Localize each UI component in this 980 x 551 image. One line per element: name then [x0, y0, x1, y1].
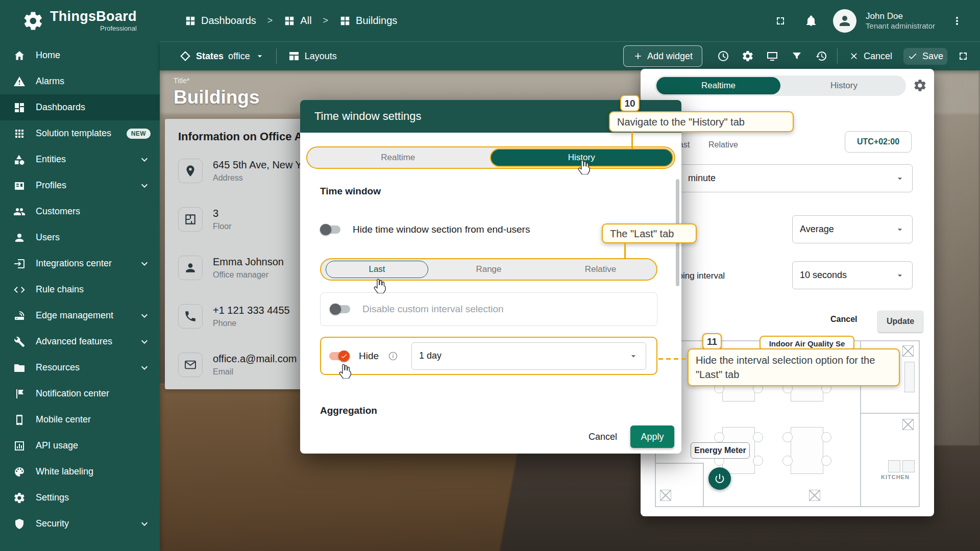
manage-widgets-button[interactable]	[764, 47, 781, 65]
panel-aggregation-select[interactable]: Average	[792, 215, 913, 243]
hide-interval-toggle[interactable]	[329, 352, 350, 360]
panel-interval-select[interactable]: minute	[655, 164, 913, 192]
history-icon	[815, 50, 827, 62]
layouts-icon	[288, 50, 300, 62]
panel-cancel-button[interactable]: Cancel	[830, 315, 857, 324]
save-label: Save	[922, 51, 943, 62]
filter-icon	[791, 50, 803, 62]
user-avatar[interactable]	[833, 9, 856, 33]
dialog-footer: Cancel Apply	[581, 425, 674, 448]
notifications-button[interactable]	[802, 12, 820, 30]
interval-value-select[interactable]: 1 day	[411, 342, 646, 370]
close-icon	[849, 51, 859, 61]
check-icon	[908, 51, 918, 61]
cancel-label: Cancel	[864, 51, 892, 62]
time-window-button[interactable]	[715, 47, 732, 65]
sidebar-item-users[interactable]: Users	[0, 224, 160, 251]
breadcrumb-buildings[interactable]: Buildings	[339, 15, 397, 27]
user-name: John Doe	[866, 11, 935, 21]
sidebar: Home Alarms Dashboards Solution template…	[0, 41, 160, 551]
sidebar-item-solution-templates[interactable]: Solution templates NEW	[0, 120, 160, 146]
filter-button[interactable]	[788, 47, 805, 65]
page-title: Buildings	[174, 87, 260, 108]
top-header: ThingsBoard Professional Dashboards > Al…	[0, 0, 980, 41]
sidebar-item-home[interactable]: Home	[0, 42, 160, 68]
sidebar-item-alarms[interactable]: Alarms	[0, 68, 160, 94]
dialog-tab-bar: Realtime History	[306, 146, 675, 169]
buildings-group-icon	[339, 15, 351, 27]
chevron-down-icon	[138, 154, 151, 166]
dialog-cancel-button[interactable]: Cancel	[581, 427, 624, 447]
tab-last[interactable]: Last	[321, 261, 433, 278]
monitor-icon	[766, 50, 778, 62]
new-badge: NEW	[127, 129, 151, 139]
dashboards-icon	[13, 102, 26, 114]
toolbar-divider	[276, 48, 277, 64]
sidebar-item-advanced-features[interactable]: Advanced features	[0, 329, 160, 355]
floorplan-wall	[860, 413, 920, 414]
hide-interval-row: Hide 1 day	[320, 337, 657, 375]
states-label: States	[196, 51, 224, 62]
cabinet	[904, 362, 915, 392]
tab-relative[interactable]: Relative	[545, 264, 656, 274]
breadcrumb-label: All	[300, 15, 311, 27]
sidebar-item-api-usage[interactable]: API usage	[0, 433, 160, 459]
add-widget-label: Add widget	[647, 51, 693, 62]
disable-custom-interval-toggle[interactable]	[330, 305, 350, 313]
tab-realtime[interactable]: Realtime	[307, 147, 489, 168]
sidebar-item-entities[interactable]: Entities	[0, 146, 160, 172]
bell-icon	[805, 15, 817, 27]
dashboard-settings-button[interactable]	[739, 47, 756, 65]
panel-settings-gear-icon[interactable]	[913, 79, 927, 92]
states-button[interactable]: States office	[175, 47, 269, 65]
toolbar-fullscreen-button[interactable]	[954, 47, 972, 65]
header-menu-button[interactable]	[948, 12, 966, 30]
save-button[interactable]: Save	[903, 48, 947, 65]
disable-custom-interval-label: Disable custom interval selection	[362, 304, 504, 315]
layouts-button[interactable]: Layouts	[284, 47, 341, 65]
hide-label: Hide	[359, 350, 379, 362]
breadcrumb-separator: >	[267, 15, 273, 26]
folder-icon	[13, 362, 26, 374]
last-tab-callout: The "Last" tab	[602, 223, 697, 243]
sidebar-item-security[interactable]: Security	[0, 511, 160, 537]
fullscreen-icon	[957, 50, 969, 62]
sidebar-item-settings[interactable]: Settings	[0, 485, 160, 511]
energy-meter-chip[interactable]: Energy Meter	[691, 442, 750, 459]
sidebar-item-profiles[interactable]: Profiles	[0, 172, 160, 198]
fullscreen-button[interactable]	[772, 12, 789, 30]
sidebar-item-dashboards[interactable]: Dashboards	[0, 94, 160, 120]
all-group-icon	[284, 15, 295, 27]
device-marker[interactable]	[708, 467, 731, 490]
panel-tab-realtime[interactable]: Realtime	[656, 77, 780, 94]
panel-relative-tab[interactable]: Relative	[708, 140, 738, 149]
chevron-down-icon	[138, 362, 151, 374]
timezone-button[interactable]: UTC+02:00	[845, 131, 912, 153]
user-icon	[13, 232, 26, 244]
sidebar-item-resources[interactable]: Resources	[0, 355, 160, 381]
cancel-edit-button[interactable]: Cancel	[845, 48, 896, 65]
brand[interactable]: ThingsBoard Professional	[22, 9, 161, 32]
sidebar-item-mobile-center[interactable]: Mobile center	[0, 407, 160, 433]
breadcrumb-dashboards[interactable]: Dashboards	[185, 15, 256, 27]
last-tab-connector	[624, 243, 626, 259]
panel-tab-history[interactable]: History	[782, 76, 906, 96]
sidebar-item-edge-management[interactable]: Edge management	[0, 303, 160, 329]
sidebar-item-customers[interactable]: Customers	[0, 198, 160, 224]
sidebar-item-white-labeling[interactable]: White labeling	[0, 459, 160, 485]
breadcrumb-label: Buildings	[356, 15, 397, 27]
chevron-down-icon	[138, 336, 151, 348]
tab-range[interactable]: Range	[433, 264, 545, 274]
hide-section-toggle[interactable]	[320, 226, 340, 234]
dialog-apply-button[interactable]: Apply	[630, 425, 674, 448]
profiles-icon	[13, 180, 26, 192]
version-history-button[interactable]	[813, 47, 830, 65]
panel-update-button[interactable]: Update	[878, 311, 923, 332]
add-widget-button[interactable]: Add widget	[623, 45, 702, 67]
panel-grouping-select[interactable]: 10 seconds	[792, 261, 913, 289]
sidebar-item-notification-center[interactable]: Notification center	[0, 381, 160, 407]
breadcrumb-all[interactable]: All	[284, 15, 311, 27]
chart-icon	[13, 440, 26, 452]
sidebar-item-integrations-center[interactable]: Integrations center	[0, 251, 160, 277]
sidebar-item-rule-chains[interactable]: Rule chains	[0, 277, 160, 303]
